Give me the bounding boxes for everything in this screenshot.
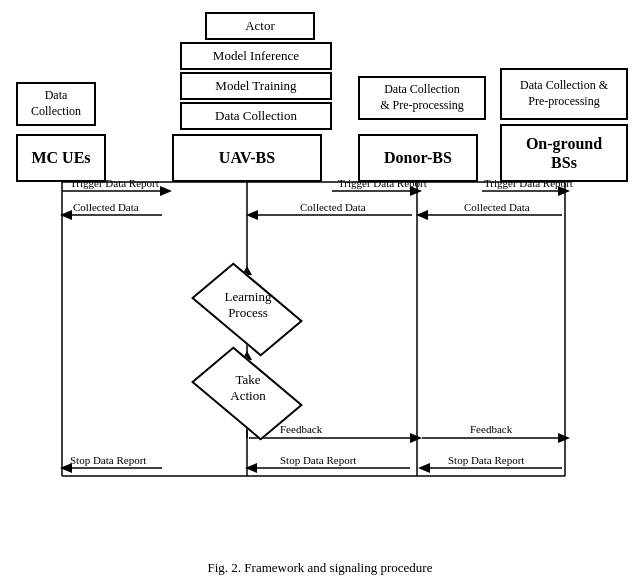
svg-marker-14 <box>60 210 72 220</box>
svg-text:Stop Data Report: Stop Data Report <box>448 454 524 466</box>
svg-text:Stop Data Report: Stop Data Report <box>280 454 356 466</box>
mc-ues-dc-box: DataCollection <box>16 82 96 126</box>
svg-marker-38 <box>418 463 430 473</box>
svg-marker-11 <box>558 186 570 196</box>
donor-bs-entity: Donor-BS <box>358 134 478 182</box>
svg-marker-32 <box>245 463 257 473</box>
figure-caption: Fig. 2. Framework and signaling procedur… <box>208 560 433 576</box>
svg-marker-17 <box>246 210 258 220</box>
onground-dc-box: Data Collection &Pre-processing <box>500 68 628 120</box>
actor-box: Actor <box>205 12 315 40</box>
donor-dc-box: Data Collection& Pre-processing <box>358 76 486 120</box>
svg-marker-26 <box>410 433 422 443</box>
model-training-box: Model Training <box>180 72 332 100</box>
svg-text:Collected Data: Collected Data <box>300 201 366 213</box>
learning-process-diamond <box>192 276 302 342</box>
svg-text:Stop Data Report: Stop Data Report <box>70 454 146 466</box>
svg-marker-29 <box>558 433 570 443</box>
svg-marker-5 <box>160 186 172 196</box>
svg-text:Feedback: Feedback <box>470 423 513 435</box>
uav-bs-entity: UAV-BS <box>172 134 322 182</box>
svg-marker-8 <box>410 186 422 196</box>
svg-text:Collected Data: Collected Data <box>73 201 139 213</box>
onground-bs-entity: On-groundBSs <box>500 124 628 182</box>
take-action-diamond <box>192 360 302 426</box>
model-inference-box: Model Inference <box>180 42 332 70</box>
mc-ues-entity: MC UEs <box>16 134 106 182</box>
svg-text:Collected Data: Collected Data <box>464 201 530 213</box>
diagram: Trigger Data Report Trigger Data Report … <box>10 8 630 556</box>
svg-marker-20 <box>416 210 428 220</box>
svg-marker-35 <box>60 463 72 473</box>
data-collection-uav-box: Data Collection <box>180 102 332 130</box>
